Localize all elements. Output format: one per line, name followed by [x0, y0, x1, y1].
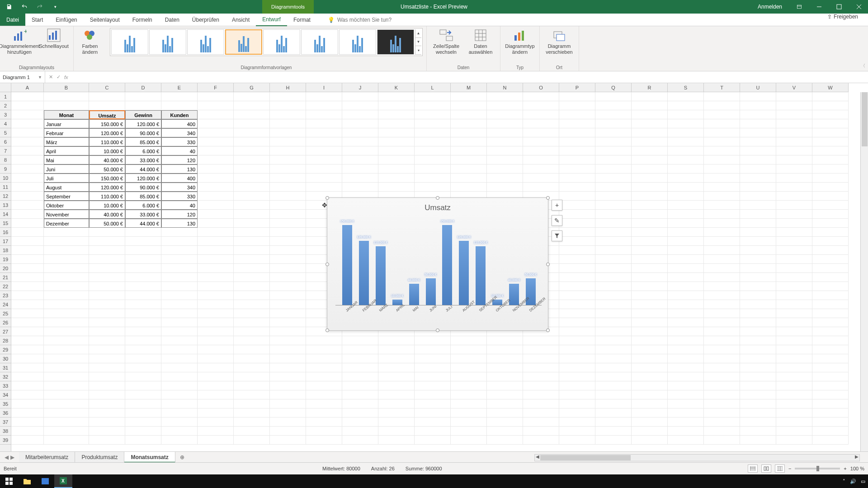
cell[interactable] [559, 318, 595, 327]
cell[interactable] [11, 372, 44, 381]
cell[interactable] [451, 146, 487, 155]
cell[interactable] [306, 427, 342, 436]
row-header[interactable]: 37 [0, 418, 11, 427]
cell[interactable] [161, 372, 198, 381]
cell[interactable] [378, 92, 415, 101]
cell[interactable] [198, 201, 234, 210]
cell[interactable] [198, 192, 234, 201]
cell[interactable]: 130 [161, 219, 198, 228]
cell[interactable] [161, 273, 198, 282]
cell[interactable] [89, 408, 125, 418]
cell[interactable] [11, 164, 44, 174]
cell[interactable] [487, 408, 523, 418]
cell[interactable] [740, 164, 776, 174]
cell[interactable] [161, 318, 198, 327]
ribbon-display-options-icon[interactable] [790, 0, 808, 14]
cell[interactable] [89, 427, 125, 436]
cell[interactable] [125, 92, 161, 101]
cell[interactable] [234, 119, 270, 128]
cell[interactable] [415, 110, 451, 119]
cell[interactable] [740, 237, 776, 246]
tab-view[interactable]: Ansicht [226, 14, 256, 26]
undo-icon[interactable] [18, 2, 31, 12]
cell[interactable] [125, 345, 161, 354]
cell[interactable] [198, 390, 234, 399]
cell[interactable]: 110.000 € [89, 137, 125, 146]
cell[interactable] [668, 237, 704, 246]
cell[interactable] [125, 399, 161, 408]
cell[interactable] [740, 318, 776, 327]
cell[interactable] [740, 174, 776, 183]
sign-in-link[interactable]: Anmelden [751, 0, 788, 14]
cell[interactable]: Februar [44, 128, 89, 137]
cell[interactable] [812, 110, 849, 119]
cell[interactable]: 130 [161, 164, 198, 174]
row-header[interactable]: 39 [0, 436, 11, 445]
cell[interactable] [595, 264, 632, 273]
cell[interactable] [704, 128, 740, 137]
cell[interactable] [776, 363, 812, 372]
cell[interactable] [234, 110, 270, 119]
cell[interactable] [306, 155, 342, 164]
cell[interactable] [270, 237, 306, 246]
cell[interactable] [342, 427, 378, 436]
cell[interactable] [306, 363, 342, 372]
cell[interactable] [44, 336, 89, 345]
cell[interactable] [11, 399, 44, 408]
cell[interactable] [234, 381, 270, 390]
cell[interactable] [11, 119, 44, 128]
cell[interactable] [415, 399, 451, 408]
cell[interactable] [198, 408, 234, 418]
formula-input[interactable] [72, 71, 868, 83]
resize-handle-s[interactable] [436, 328, 439, 332]
cell[interactable] [776, 246, 812, 255]
cell[interactable] [161, 246, 198, 255]
column-header[interactable]: C [89, 83, 125, 92]
cell[interactable] [487, 354, 523, 363]
cell[interactable] [632, 372, 668, 381]
row-header[interactable]: 10 [0, 174, 11, 183]
cell[interactable] [306, 354, 342, 363]
chart-bar[interactable]: 110.000 € [476, 246, 486, 305]
cell[interactable] [812, 273, 849, 282]
cell[interactable] [559, 273, 595, 282]
cell[interactable] [812, 309, 849, 318]
cell[interactable] [270, 183, 306, 192]
cell[interactable] [595, 246, 632, 255]
cell[interactable]: Juli [44, 174, 89, 183]
cell[interactable] [595, 255, 632, 264]
cell[interactable] [487, 436, 523, 445]
cell[interactable] [704, 300, 740, 309]
cell[interactable] [812, 282, 849, 291]
resize-handle-sw[interactable] [326, 328, 329, 332]
row-header[interactable]: 26 [0, 318, 11, 327]
cell[interactable] [234, 372, 270, 381]
vscroll-thumb[interactable] [862, 92, 868, 146]
cell[interactable] [668, 255, 704, 264]
cell[interactable] [704, 92, 740, 101]
cell[interactable] [812, 119, 849, 128]
cell[interactable] [812, 363, 849, 372]
cell[interactable] [451, 137, 487, 146]
row-header[interactable]: 27 [0, 327, 11, 336]
cell[interactable] [234, 291, 270, 300]
cell[interactable] [595, 228, 632, 237]
cell[interactable] [559, 164, 595, 174]
cell[interactable] [451, 354, 487, 363]
cell[interactable] [559, 354, 595, 363]
cell[interactable] [306, 110, 342, 119]
cell[interactable] [632, 128, 668, 137]
cell[interactable] [668, 128, 704, 137]
cell[interactable] [668, 264, 704, 273]
cell[interactable] [523, 174, 559, 183]
cell[interactable] [11, 354, 44, 363]
chart-bar[interactable]: 40.000 € [509, 284, 519, 305]
cell[interactable] [270, 300, 306, 309]
minimize-icon[interactable] [810, 0, 828, 14]
chart-title[interactable]: Umsatz [327, 198, 548, 212]
cell[interactable] [523, 408, 559, 418]
cell[interactable] [44, 309, 89, 318]
switch-row-col-button[interactable]: Zeile/Spalte wechseln [430, 28, 462, 55]
cell[interactable] [595, 155, 632, 164]
cell[interactable] [559, 436, 595, 445]
